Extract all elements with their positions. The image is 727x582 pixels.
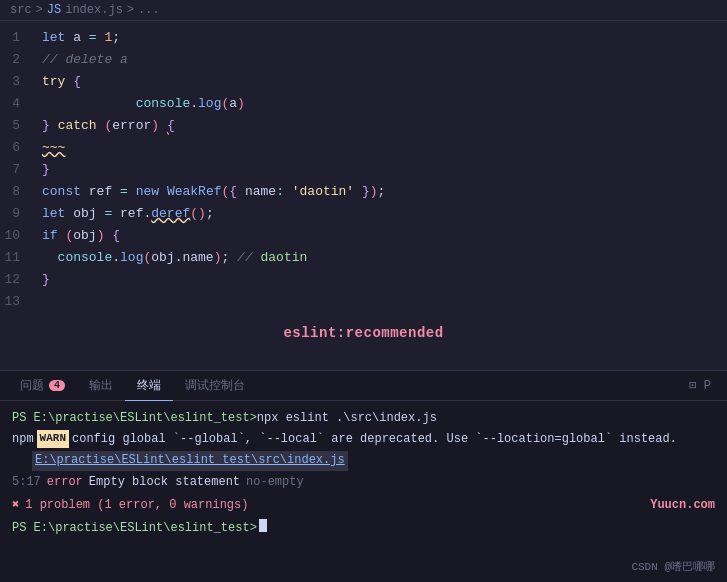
problems-badge: 4 — [49, 380, 65, 391]
token-var-a: a — [65, 28, 88, 49]
term-npm: npm — [12, 430, 34, 449]
code-line-4: console . log ( a ) — [42, 93, 727, 115]
terminal-line-3: E:\practise\ESLint\eslint_test\src\index… — [12, 451, 715, 470]
code-line-10: if ( obj ) { — [42, 225, 727, 247]
token-space-8: ref — [81, 182, 120, 203]
token-ref-9: ref. — [112, 204, 151, 225]
token-semi-9: ; — [206, 204, 214, 225]
panel-area: 问题 4 输出 终端 调试控制台 ⊡ P PS E:\practise\ESLi… — [0, 370, 727, 582]
token-dot-11: . — [112, 248, 120, 269]
breadcrumb-dots: ... — [138, 3, 160, 17]
tab-debug-console[interactable]: 调试控制台 — [173, 371, 257, 401]
token-console-11: console — [58, 248, 113, 269]
token-space-3 — [65, 72, 73, 93]
token-brace-close-8: } — [362, 182, 370, 203]
line-numbers: 1 2 3 4 5 6 7 8 9 10 11 12 13 — [0, 27, 42, 313]
token-semi-8: ; — [378, 182, 386, 203]
token-try: try — [42, 72, 65, 93]
token-paren-close-11: ) — [214, 248, 222, 269]
code-line-9: let obj = ref. deref ( ) ; — [42, 203, 727, 225]
token-dot-4: . — [190, 94, 198, 115]
token-obj-9: obj — [65, 204, 104, 225]
error-label: error — [47, 473, 83, 492]
tab-output-label: 输出 — [89, 377, 113, 394]
line-num-1: 1 — [0, 27, 30, 49]
token-indent-11 — [42, 248, 58, 269]
token-console-4 — [73, 94, 135, 115]
token-paren-open-5: ( — [104, 116, 112, 137]
token-brace-close-12: } — [42, 270, 50, 291]
token-brace-open-10: { — [112, 226, 120, 247]
token-comment-2: // delete a — [42, 50, 128, 71]
code-line-13 — [42, 291, 727, 313]
tab-output[interactable]: 输出 — [77, 371, 125, 401]
token-paren-open-11: ( — [143, 248, 151, 269]
panel-tabs: 问题 4 输出 终端 调试控制台 ⊡ P — [0, 371, 727, 401]
token-space-5c — [159, 116, 167, 137]
code-line-6: ~~~ — [42, 137, 727, 159]
token-name-8: name — [237, 182, 276, 203]
token-brace-close-5: } — [42, 116, 50, 137]
watermark-yuucn: Yuucn.com — [650, 496, 715, 515]
token-weakref-8: WeakRef — [167, 182, 222, 203]
token-if-10: if — [42, 226, 58, 247]
code-line-7: } — [42, 159, 727, 181]
token-eq-9: = — [104, 204, 112, 225]
token-space-5 — [50, 116, 58, 137]
term-file-link[interactable]: E:\practise\ESLint\eslint_test\src\index… — [32, 451, 348, 470]
token-space-5b — [97, 116, 105, 137]
code-line-5: } catch ( error ) { — [42, 115, 727, 137]
token-console-obj: console — [136, 94, 191, 115]
terminal-line-2: npm WARN config global `--global`, `--lo… — [12, 430, 715, 449]
token-paren-close-10: ) — [97, 226, 105, 247]
token-str-daotin-8: 'daotin' — [284, 182, 354, 203]
panel-right-icon[interactable]: ⊡ P — [681, 378, 719, 393]
token-brace-close-7: } — [42, 160, 50, 181]
csdn-watermark: CSDN @嗜巴哪哪 — [631, 559, 715, 574]
eslint-label: eslint:recommended — [0, 319, 727, 345]
breadcrumb-sep2: > — [127, 3, 134, 17]
token-semi-1: ; — [112, 28, 120, 49]
token-eq-1: = — [89, 28, 97, 49]
problem-text: 1 problem (1 error, 0 warnings) — [25, 496, 248, 515]
line-num-2: 2 — [0, 49, 30, 71]
token-brace-open-3: { — [73, 72, 81, 93]
token-paren-open-8: ( — [221, 182, 229, 203]
term-cursor — [259, 519, 267, 532]
line-num-8: 8 — [0, 181, 30, 203]
token-squiggle-6: ~~~ — [42, 138, 65, 159]
breadcrumb: src > JS index.js > ... — [0, 0, 727, 21]
token-paren-close-8: ) — [370, 182, 378, 203]
token-brace-open-5: { — [167, 116, 175, 137]
tab-problems[interactable]: 问题 4 — [8, 371, 77, 401]
token-obj-11: obj.name — [151, 248, 213, 269]
token-new-8: new — [136, 182, 159, 203]
token-paren-close-5: ) — [151, 116, 159, 137]
problem-summary: ✖ 1 problem (1 error, 0 warnings) Yuucn.… — [12, 496, 715, 515]
token-space-8b — [128, 182, 136, 203]
tab-terminal-label: 终端 — [137, 377, 161, 394]
panel-maximize-icon: ⊡ P — [689, 379, 711, 393]
token-deref-9: deref — [151, 204, 190, 225]
terminal-content: PS E:\practise\ESLint\eslint_test> npx e… — [0, 401, 727, 548]
breadcrumb-file: index.js — [65, 3, 123, 17]
token-comment-11a: // — [229, 248, 260, 269]
token-let-9: let — [42, 204, 65, 225]
line-num-10: 10 — [0, 225, 30, 247]
terminal-line-1: PS E:\practise\ESLint\eslint_test> npx e… — [12, 409, 715, 428]
line-num-7: 7 — [0, 159, 30, 181]
terminal-error-line: 5:17 error Empty block statement no-empt… — [12, 473, 715, 492]
token-paren-close-9: ) — [198, 204, 206, 225]
code-line-2: // delete a — [42, 49, 727, 71]
code-content: let a = 1 ; // delete a try { — [42, 27, 727, 313]
token-error-5: error — [112, 116, 151, 137]
token-a-4: a — [229, 94, 237, 115]
line-num-5: 5 — [0, 115, 30, 137]
token-const-8: const — [42, 182, 81, 203]
line-num-12: 12 — [0, 269, 30, 291]
tab-terminal[interactable]: 终端 — [125, 371, 173, 401]
error-rule: no-empty — [246, 473, 304, 492]
token-brace-open-8: { — [229, 182, 237, 203]
code-line-3: try { — [42, 71, 727, 93]
token-obj-10: obj — [73, 226, 96, 247]
